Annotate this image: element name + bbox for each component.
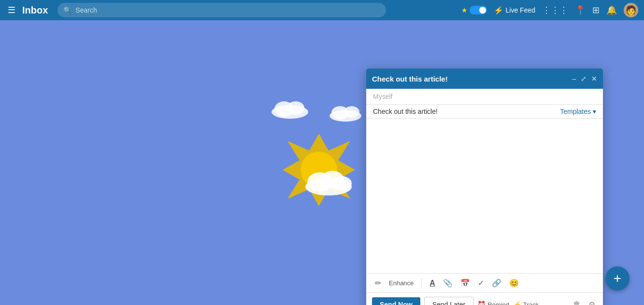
remind-button[interactable]: ⏰ Remind — [477, 301, 509, 305]
close-icon[interactable]: ✕ — [591, 75, 597, 83]
star-icon: ★ — [461, 6, 468, 14]
app-title: Inbox — [22, 5, 48, 16]
track-button[interactable]: ⚡ Track — [513, 301, 539, 305]
livefeed-button[interactable]: ⚡ Live Feed — [494, 6, 535, 15]
modal-title: Check out this article! — [372, 75, 572, 83]
svg-point-5 — [344, 106, 359, 118]
calendar-icon[interactable]: 📅 — [458, 277, 472, 289]
remind-icon: ⏰ — [477, 301, 486, 305]
minimize-icon[interactable]: – — [572, 75, 576, 83]
compose-body[interactable] — [366, 119, 603, 273]
cloud-small-icon — [271, 97, 309, 119]
settings-icon[interactable]: ⚙ — [587, 299, 597, 305]
track-label: Track — [523, 301, 539, 305]
send-now-button[interactable]: Send Now — [372, 297, 420, 305]
to-field[interactable]: Myself — [366, 89, 603, 105]
bell-icon[interactable]: 🔔 — [606, 5, 617, 15]
send-later-button[interactable]: Send Later — [424, 297, 474, 305]
fab-button[interactable]: + — [605, 266, 630, 291]
subject-row: Check out this article! Templates ▾ — [366, 105, 603, 119]
emoji-icon[interactable]: 😊 — [507, 277, 521, 289]
templates-arrow-icon: ▾ — [593, 108, 596, 115]
toggle-wrap: ★ — [461, 6, 487, 14]
weather-icon — [280, 131, 358, 210]
remind-label: Remind — [487, 301, 509, 305]
templates-button[interactable]: Templates ▾ — [560, 108, 596, 115]
link-icon[interactable]: 🔗 — [490, 277, 503, 289]
enhance-button[interactable]: ✏ — [373, 277, 383, 289]
attach-icon[interactable]: 📎 — [441, 277, 455, 289]
background-area: Check out this article! – ⤢ ✕ Myself Che… — [0, 20, 644, 305]
expand-icon[interactable]: ⤢ — [581, 75, 587, 83]
toggle-switch[interactable] — [470, 6, 487, 14]
templates-label: Templates — [560, 108, 591, 115]
toolbar-divider — [421, 278, 422, 288]
modal-header-icons: – ⤢ ✕ — [572, 75, 597, 83]
location-icon[interactable]: 📍 — [575, 5, 586, 15]
check-icon[interactable]: ✓ — [476, 277, 486, 289]
topnav-right: ★ ⚡ Live Feed ⋮⋮⋮ 📍 ⊞ 🔔 🧑 — [461, 3, 638, 17]
topnav: ☰ Inbox 🔍 ★ ⚡ Live Feed ⋮⋮⋮ 📍 ⊞ 🔔 🧑 — [0, 0, 644, 20]
track-icon: ⚡ — [513, 301, 521, 305]
menu-icon[interactable]: ☰ — [6, 3, 17, 17]
grid-icon[interactable]: ⊞ — [592, 5, 600, 15]
compose-footer: Send Now Send Later ⏰ Remind ⚡ Track 🗑 ⚙ — [366, 292, 603, 305]
cloud-medium-icon — [329, 102, 362, 122]
svg-point-2 — [287, 101, 304, 115]
livefeed-label: Live Feed — [506, 6, 535, 14]
font-icon[interactable]: A — [428, 278, 437, 289]
columns-icon[interactable]: ⋮⋮⋮ — [542, 5, 568, 15]
avatar[interactable]: 🧑 — [624, 3, 638, 17]
modal-header: Check out this article! – ⤢ ✕ — [366, 69, 603, 89]
search-input[interactable] — [75, 6, 380, 14]
compose-modal: Check out this article! – ⤢ ✕ Myself Che… — [366, 69, 603, 305]
svg-point-11 — [332, 176, 352, 191]
subject-text: Check out this article! — [373, 108, 438, 115]
search-icon: 🔍 — [63, 6, 72, 14]
search-bar[interactable]: 🔍 — [57, 3, 386, 17]
compose-toolbar: ✏ Enhance A 📎 📅 ✓ 🔗 😊 — [366, 273, 603, 292]
livefeed-icon: ⚡ — [494, 6, 503, 15]
enhance-label[interactable]: Enhance — [387, 278, 415, 288]
delete-icon[interactable]: 🗑 — [571, 299, 583, 305]
